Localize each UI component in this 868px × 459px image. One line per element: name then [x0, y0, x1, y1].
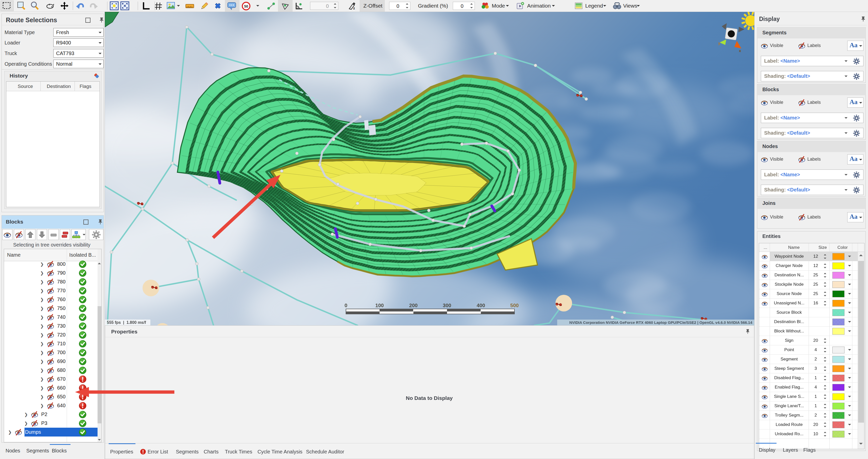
svg-text:x: x	[739, 48, 741, 53]
svg-text:z: z	[297, 6, 299, 9]
svg-text:500: 500	[510, 303, 519, 308]
svg-text:200: 200	[409, 303, 417, 308]
svg-text:0: 0	[344, 303, 347, 308]
svg-text:50: 50	[244, 4, 248, 8]
svg-text:300: 300	[443, 303, 451, 308]
svg-text:100: 100	[375, 303, 383, 308]
svg-text:NVIDIA Corporation NVIDIA GeFo: NVIDIA Corporation NVIDIA GeForce RTX 40…	[569, 320, 752, 325]
svg-text:400: 400	[476, 303, 485, 308]
svg-text:y: y	[718, 41, 720, 45]
svg-text:z: z	[353, 6, 355, 10]
svg-text:555 fps | 1.800 ms/f: 555 fps | 1.800 ms/f	[107, 320, 146, 325]
